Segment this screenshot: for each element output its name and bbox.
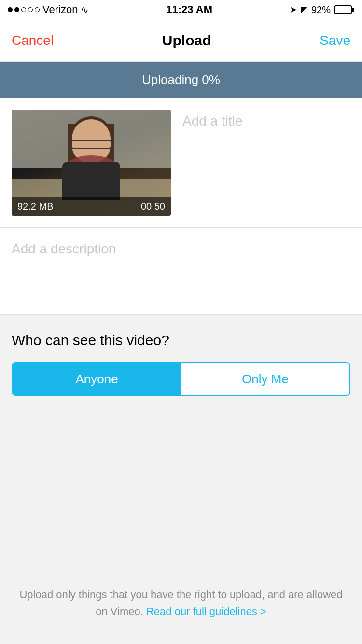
page-title: Upload bbox=[162, 32, 211, 49]
guidelines-link[interactable]: Read our full guidelines > bbox=[146, 605, 266, 617]
footer-text: Upload only things that you have the rig… bbox=[17, 586, 345, 620]
battery-percent: 92% bbox=[311, 4, 331, 15]
signal-dot-5 bbox=[35, 7, 40, 12]
title-area[interactable]: Add a title bbox=[182, 110, 350, 129]
content-spacer bbox=[0, 413, 362, 567]
status-bar: Verizon ∿ 11:23 AM ➤ ◤ 92% bbox=[0, 0, 362, 19]
signal-dot-4 bbox=[28, 7, 33, 12]
upload-progress-text: Uploading 0% bbox=[142, 72, 220, 87]
signal-dot-1 bbox=[8, 7, 13, 12]
title-placeholder[interactable]: Add a title bbox=[182, 113, 243, 128]
cancel-button[interactable]: Cancel bbox=[12, 33, 54, 48]
signal-dots bbox=[8, 7, 40, 12]
anyone-button[interactable]: Anyone bbox=[13, 363, 181, 395]
save-button[interactable]: Save bbox=[320, 33, 350, 48]
location-icon: ➤ bbox=[290, 4, 297, 15]
video-title-section: 92.2 MB 00:50 Add a title bbox=[0, 98, 362, 228]
wifi-icon: ∿ bbox=[81, 4, 89, 15]
video-file-size: 92.2 MB bbox=[17, 201, 53, 212]
upload-progress-banner: Uploading 0% bbox=[0, 62, 362, 98]
status-left: Verizon ∿ bbox=[8, 3, 89, 16]
nav-bar: Cancel Upload Save bbox=[0, 19, 362, 62]
visibility-section: Who can see this video? Anyone Only Me bbox=[0, 315, 362, 413]
description-placeholder[interactable]: Add a description bbox=[12, 241, 116, 256]
glasses-shape bbox=[70, 140, 112, 149]
battery-icon bbox=[334, 5, 354, 14]
footer-area: Upload only things that you have the rig… bbox=[0, 567, 362, 644]
description-section[interactable]: Add a description bbox=[0, 228, 362, 315]
signal-dot-3 bbox=[21, 7, 26, 12]
video-thumbnail: 92.2 MB 00:50 bbox=[12, 110, 171, 216]
video-info-overlay: 92.2 MB 00:50 bbox=[12, 197, 171, 216]
status-right: ➤ ◤ 92% bbox=[290, 4, 354, 15]
body-shape bbox=[62, 162, 120, 200]
visibility-question: Who can see this video? bbox=[12, 332, 350, 349]
carrier-name: Verizon bbox=[42, 3, 78, 16]
signal-dot-2 bbox=[14, 7, 19, 12]
video-duration: 00:50 bbox=[141, 201, 165, 212]
only-me-button[interactable]: Only Me bbox=[181, 363, 349, 395]
status-time: 11:23 AM bbox=[166, 3, 212, 16]
bluetooth-icon: ◤ bbox=[301, 4, 307, 15]
visibility-toggle-group: Anyone Only Me bbox=[12, 362, 350, 396]
